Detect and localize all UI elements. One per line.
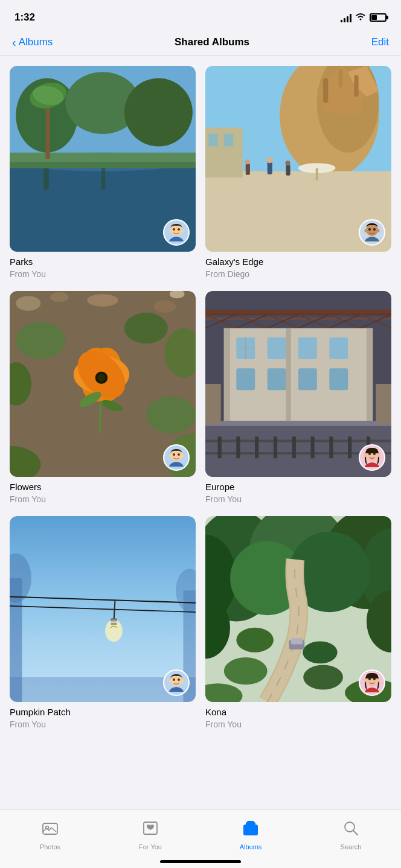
svg-point-3 <box>124 78 193 147</box>
for-you-icon <box>142 820 159 841</box>
svg-rect-32 <box>268 162 272 174</box>
svg-rect-38 <box>224 134 233 147</box>
album-item-galaxys-edge[interactable]: Galaxy's Edge From Diego <box>205 66 391 279</box>
svg-point-155 <box>224 657 268 685</box>
svg-rect-137 <box>111 620 117 621</box>
status-icons <box>341 12 387 23</box>
svg-point-64 <box>98 374 105 381</box>
svg-rect-174 <box>247 821 254 823</box>
albums-tab-label: Albums <box>240 843 262 850</box>
svg-rect-101 <box>329 368 348 390</box>
svg-point-31 <box>245 159 250 164</box>
album-item-europe[interactable]: Europe From You <box>205 291 391 504</box>
avatar-parks <box>163 219 190 246</box>
album-name-flowers: Flowers <box>10 482 196 492</box>
svg-point-57 <box>146 397 196 434</box>
svg-point-15 <box>173 228 175 231</box>
album-name-galaxys-edge: Galaxy's Edge <box>205 257 391 267</box>
back-button[interactable]: ‹ Albums <box>12 36 53 48</box>
svg-point-35 <box>285 161 290 165</box>
svg-point-17 <box>169 229 172 232</box>
svg-line-176 <box>353 831 358 835</box>
svg-rect-119 <box>376 384 391 424</box>
tab-photos[interactable]: Photos <box>0 815 100 850</box>
svg-point-48 <box>16 296 40 311</box>
svg-rect-30 <box>246 164 250 174</box>
tab-bar: Photos For You Albums Search <box>0 809 401 868</box>
edit-button[interactable]: Edit <box>371 36 389 48</box>
tab-albums[interactable]: Albums <box>200 815 301 850</box>
album-item-flowers[interactable]: Flowers From You <box>10 291 196 504</box>
svg-point-46 <box>377 229 380 232</box>
svg-point-33 <box>267 157 273 163</box>
album-item-pumpkin-patch[interactable]: Pumpkin Patch From You <box>10 516 196 729</box>
svg-rect-107 <box>205 439 391 442</box>
svg-point-53 <box>16 322 65 359</box>
album-from-galaxys-edge: From Diego <box>205 269 391 279</box>
svg-point-142 <box>178 678 180 681</box>
svg-point-72 <box>178 453 180 456</box>
svg-rect-24 <box>323 78 328 103</box>
svg-rect-109 <box>218 436 222 458</box>
album-from-parks: From You <box>10 269 196 279</box>
album-from-kona: From You <box>205 720 391 729</box>
signal-icon <box>341 13 351 22</box>
svg-rect-100 <box>298 368 317 390</box>
svg-rect-118 <box>205 384 221 424</box>
svg-rect-40 <box>316 168 318 180</box>
svg-rect-104 <box>286 328 290 421</box>
tab-for-you[interactable]: For You <box>100 815 200 850</box>
avatar-europe <box>359 444 385 471</box>
album-thumb-parks <box>10 66 196 252</box>
album-item-kona[interactable]: Kona From You <box>205 516 391 729</box>
svg-point-144 <box>181 679 184 683</box>
album-from-pumpkin-patch: From You <box>10 720 196 729</box>
status-bar: 1:32 <box>0 0 401 31</box>
search-tab-label: Search <box>341 843 362 850</box>
svg-point-45 <box>365 229 368 232</box>
album-name-europe: Europe <box>205 482 391 492</box>
svg-rect-94 <box>298 337 317 359</box>
back-label: Albums <box>19 36 53 48</box>
svg-point-141 <box>173 678 175 681</box>
albums-icon <box>242 820 259 841</box>
svg-rect-106 <box>205 421 391 426</box>
photos-tab-label: Photos <box>40 843 60 850</box>
album-item-parks[interactable]: Parks From You <box>10 66 196 279</box>
svg-point-51 <box>153 300 176 313</box>
back-chevron-icon: ‹ <box>12 36 16 48</box>
svg-rect-103 <box>367 328 373 421</box>
svg-point-156 <box>303 665 343 689</box>
svg-point-168 <box>377 678 380 682</box>
svg-rect-113 <box>292 436 296 458</box>
svg-rect-110 <box>236 436 240 458</box>
album-thumb-galaxys-edge <box>205 66 391 252</box>
svg-point-167 <box>364 678 367 682</box>
svg-point-71 <box>173 453 175 456</box>
svg-point-73 <box>169 454 172 458</box>
svg-point-135 <box>105 619 123 642</box>
svg-point-74 <box>181 454 184 458</box>
svg-rect-102 <box>224 328 230 421</box>
svg-point-54 <box>124 313 168 343</box>
svg-rect-158 <box>291 638 303 644</box>
svg-point-50 <box>87 294 118 307</box>
svg-point-43 <box>368 228 371 231</box>
svg-rect-114 <box>311 436 315 458</box>
svg-rect-111 <box>255 436 258 458</box>
avatar-pumpkin-patch <box>163 669 190 696</box>
albums-grid: Parks From You <box>0 56 401 729</box>
svg-rect-34 <box>286 165 290 175</box>
svg-point-18 <box>181 229 184 232</box>
svg-point-49 <box>50 292 69 302</box>
svg-rect-98 <box>236 368 255 390</box>
svg-rect-136 <box>111 624 117 625</box>
search-icon <box>342 820 359 841</box>
battery-icon <box>370 13 387 22</box>
svg-point-143 <box>169 679 172 683</box>
svg-point-154 <box>303 641 337 663</box>
tab-search[interactable]: Search <box>301 815 401 850</box>
svg-rect-172 <box>243 825 258 835</box>
album-name-parks: Parks <box>10 257 196 267</box>
svg-rect-93 <box>268 337 286 359</box>
